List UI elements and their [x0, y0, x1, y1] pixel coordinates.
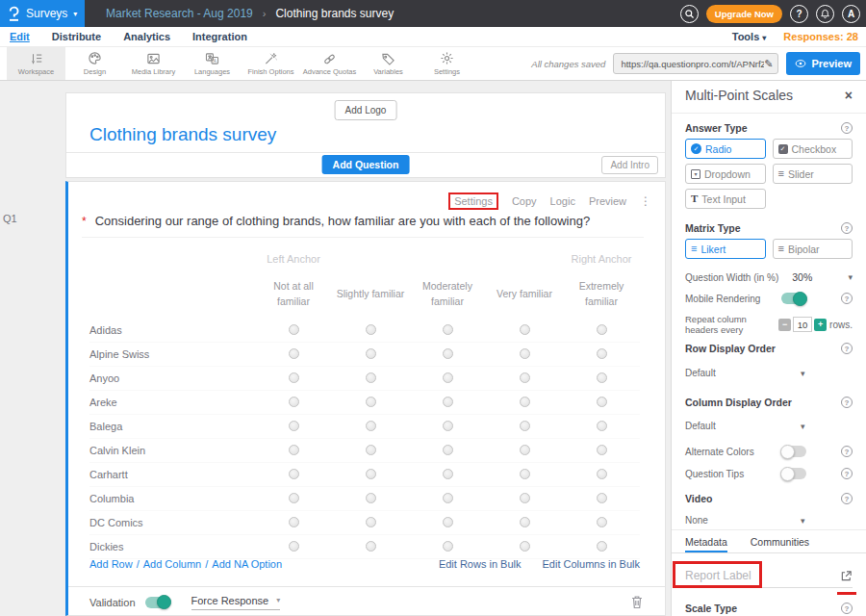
- column-display-order-dropdown[interactable]: Default ▾: [685, 421, 853, 431]
- notifications-button[interactable]: [816, 5, 834, 23]
- radio-button[interactable]: [597, 445, 607, 455]
- add-intro-button[interactable]: Add Intro: [601, 156, 658, 174]
- radio-button[interactable]: [597, 324, 607, 335]
- help-icon[interactable]: ?: [841, 446, 853, 457]
- nav-tab-analytics[interactable]: Analytics: [123, 31, 170, 42]
- row-label[interactable]: Columbia: [89, 493, 255, 504]
- add-question-button[interactable]: Add Question: [322, 155, 410, 174]
- search-button[interactable]: [680, 5, 699, 23]
- radio-button[interactable]: [366, 421, 376, 431]
- radio-button[interactable]: [520, 445, 530, 455]
- radio-button[interactable]: [366, 348, 376, 359]
- toolbar-item-media-library[interactable]: Media Library: [124, 47, 183, 80]
- radio-button[interactable]: [597, 421, 607, 431]
- question-settings-button[interactable]: Settings: [454, 195, 493, 207]
- radio-button[interactable]: [366, 445, 376, 455]
- radio-button[interactable]: [520, 493, 530, 503]
- survey-url-input[interactable]: https://qa.questionpro.com/t/APNrfZfQ ✎: [613, 53, 778, 74]
- column-header[interactable]: Very familiar: [486, 286, 563, 301]
- toolbar-item-workspace[interactable]: Workspace: [7, 47, 65, 80]
- radio-button[interactable]: [597, 517, 607, 527]
- toolbar-item-design[interactable]: Design: [65, 47, 124, 80]
- radio-button[interactable]: [520, 397, 530, 407]
- survey-title[interactable]: Clothing brands survey: [89, 124, 276, 145]
- column-header[interactable]: Slightly familiar: [332, 286, 409, 301]
- row-label[interactable]: Dickies: [89, 541, 255, 552]
- toolbar-item-advance-quotas[interactable]: Advance Quotas: [300, 47, 359, 80]
- question-tips-toggle[interactable]: [781, 468, 806, 479]
- radio-button[interactable]: [289, 324, 299, 335]
- help-icon[interactable]: ?: [841, 293, 853, 304]
- row-label[interactable]: Carhartt: [89, 469, 255, 480]
- help-button[interactable]: ?: [790, 5, 808, 23]
- add-row-link[interactable]: Add Row: [89, 558, 133, 570]
- row-label[interactable]: Balega: [89, 421, 255, 432]
- radio-button[interactable]: [366, 517, 376, 527]
- radio-button[interactable]: [289, 541, 299, 552]
- edit-url-icon[interactable]: ✎: [764, 58, 773, 70]
- radio-button[interactable]: [520, 517, 530, 527]
- answer-type-slider[interactable]: ≡ Slider: [773, 164, 853, 184]
- toolbar-item-settings[interactable]: Settings: [418, 47, 476, 80]
- add-column-link[interactable]: Add Column: [143, 558, 202, 570]
- answer-type-text-input[interactable]: T Text Input: [685, 189, 766, 209]
- validation-type-dropdown[interactable]: Force Response ▾: [191, 595, 281, 610]
- help-icon[interactable]: ?: [841, 222, 853, 234]
- nav-tab-integration[interactable]: Integration: [192, 31, 247, 42]
- radio-button[interactable]: [366, 397, 376, 407]
- external-link-icon[interactable]: [840, 570, 853, 582]
- answer-type-radio[interactable]: ✓ Radio: [685, 139, 766, 159]
- tools-menu[interactable]: Tools ▾: [732, 31, 767, 42]
- increment-button[interactable]: +: [814, 319, 827, 331]
- validation-toggle[interactable]: [145, 597, 170, 608]
- report-label-field[interactable]: Report Label: [685, 564, 853, 588]
- breadcrumb-parent[interactable]: Market Research - Aug 2019: [106, 7, 253, 20]
- help-icon[interactable]: ?: [841, 468, 853, 479]
- tab-metadata[interactable]: Metadata: [685, 533, 727, 552]
- chevron-down-icon[interactable]: ▾: [848, 272, 853, 282]
- radio-button[interactable]: [366, 493, 376, 503]
- answer-type-checkbox[interactable]: ✓ Checkbox: [773, 139, 853, 159]
- row-label[interactable]: DC Comics: [89, 517, 255, 528]
- radio-button[interactable]: [289, 421, 299, 431]
- radio-button[interactable]: [289, 397, 299, 407]
- toolbar-item-finish-options[interactable]: Finish Options: [242, 47, 300, 80]
- close-icon[interactable]: ×: [845, 88, 853, 103]
- help-icon[interactable]: ?: [841, 603, 853, 614]
- radio-button[interactable]: [289, 517, 299, 527]
- responses-count[interactable]: Responses: 28: [783, 31, 858, 42]
- decrement-button[interactable]: −: [778, 319, 791, 331]
- help-icon[interactable]: ?: [841, 397, 853, 408]
- video-dropdown[interactable]: None ▾: [685, 515, 853, 526]
- question-preview-button[interactable]: Preview: [589, 195, 626, 207]
- radio-button[interactable]: [289, 445, 299, 455]
- delete-question-button[interactable]: [630, 595, 644, 609]
- radio-button[interactable]: [366, 372, 376, 383]
- help-icon[interactable]: ?: [841, 122, 853, 134]
- radio-button[interactable]: [443, 421, 453, 431]
- edit-rows-in-bulk-link[interactable]: Edit Rows in Bulk: [439, 558, 522, 570]
- radio-button[interactable]: [443, 397, 453, 407]
- row-label[interactable]: Alpine Swiss: [89, 348, 255, 360]
- radio-button[interactable]: [366, 469, 376, 479]
- question-logic-button[interactable]: Logic: [550, 195, 575, 207]
- radio-button[interactable]: [289, 372, 299, 383]
- repeat-headers-value[interactable]: 10: [793, 317, 812, 332]
- help-icon[interactable]: ?: [841, 343, 853, 354]
- row-label[interactable]: Areke: [89, 397, 255, 408]
- row-label[interactable]: Anyoo: [89, 372, 255, 384]
- radio-button[interactable]: [443, 372, 453, 383]
- radio-button[interactable]: [443, 493, 453, 503]
- preview-button[interactable]: Preview: [786, 52, 860, 75]
- radio-button[interactable]: [597, 348, 607, 359]
- radio-button[interactable]: [597, 541, 607, 552]
- radio-button[interactable]: [520, 324, 530, 335]
- radio-button[interactable]: [520, 348, 530, 359]
- edit-columns-in-bulk-link[interactable]: Edit Columns in Bulk: [543, 558, 641, 570]
- radio-button[interactable]: [520, 372, 530, 383]
- kebab-menu-icon[interactable]: ⋮: [640, 194, 651, 208]
- add-na-option-link[interactable]: Add NA Option: [212, 558, 282, 570]
- tab-communities[interactable]: Communities: [751, 533, 809, 552]
- product-switcher[interactable]: Surveys ▾: [0, 0, 85, 27]
- radio-button[interactable]: [443, 445, 453, 455]
